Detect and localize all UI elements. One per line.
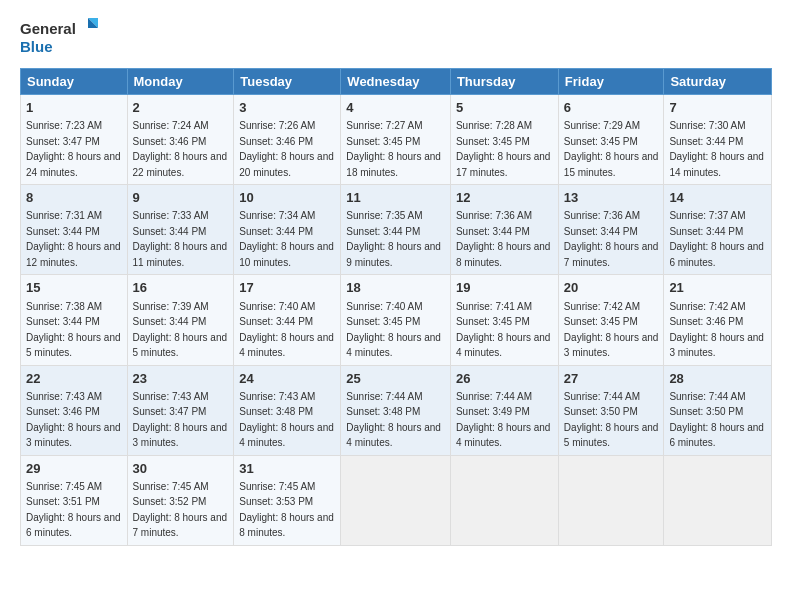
day-number: 9: [133, 189, 229, 207]
calendar-cell: 28 Sunrise: 7:44 AMSunset: 3:50 PMDaylig…: [664, 365, 772, 455]
calendar-week-5: 29 Sunrise: 7:45 AMSunset: 3:51 PMDaylig…: [21, 455, 772, 545]
calendar-cell: 15 Sunrise: 7:38 AMSunset: 3:44 PMDaylig…: [21, 275, 128, 365]
page: General Blue SundayMondayTuesdayWednesda…: [0, 0, 792, 612]
day-detail: Sunrise: 7:30 AMSunset: 3:44 PMDaylight:…: [669, 120, 764, 178]
day-number: 25: [346, 370, 445, 388]
day-number: 5: [456, 99, 553, 117]
day-detail: Sunrise: 7:41 AMSunset: 3:45 PMDaylight:…: [456, 301, 551, 359]
calendar-cell: 23 Sunrise: 7:43 AMSunset: 3:47 PMDaylig…: [127, 365, 234, 455]
day-detail: Sunrise: 7:27 AMSunset: 3:45 PMDaylight:…: [346, 120, 441, 178]
day-number: 4: [346, 99, 445, 117]
calendar-cell: 11 Sunrise: 7:35 AMSunset: 3:44 PMDaylig…: [341, 185, 451, 275]
calendar-cell: 9 Sunrise: 7:33 AMSunset: 3:44 PMDayligh…: [127, 185, 234, 275]
day-number: 28: [669, 370, 766, 388]
calendar-cell: 25 Sunrise: 7:44 AMSunset: 3:48 PMDaylig…: [341, 365, 451, 455]
calendar-cell: [558, 455, 664, 545]
day-number: 7: [669, 99, 766, 117]
calendar-cell: 12 Sunrise: 7:36 AMSunset: 3:44 PMDaylig…: [450, 185, 558, 275]
calendar-week-2: 8 Sunrise: 7:31 AMSunset: 3:44 PMDayligh…: [21, 185, 772, 275]
day-detail: Sunrise: 7:39 AMSunset: 3:44 PMDaylight:…: [133, 301, 228, 359]
day-detail: Sunrise: 7:35 AMSunset: 3:44 PMDaylight:…: [346, 210, 441, 268]
day-detail: Sunrise: 7:43 AMSunset: 3:47 PMDaylight:…: [133, 391, 228, 449]
calendar-cell: 14 Sunrise: 7:37 AMSunset: 3:44 PMDaylig…: [664, 185, 772, 275]
day-detail: Sunrise: 7:36 AMSunset: 3:44 PMDaylight:…: [456, 210, 551, 268]
calendar-cell: 3 Sunrise: 7:26 AMSunset: 3:46 PMDayligh…: [234, 95, 341, 185]
day-detail: Sunrise: 7:42 AMSunset: 3:45 PMDaylight:…: [564, 301, 659, 359]
day-detail: Sunrise: 7:44 AMSunset: 3:49 PMDaylight:…: [456, 391, 551, 449]
calendar-cell: 6 Sunrise: 7:29 AMSunset: 3:45 PMDayligh…: [558, 95, 664, 185]
calendar-week-1: 1 Sunrise: 7:23 AMSunset: 3:47 PMDayligh…: [21, 95, 772, 185]
day-detail: Sunrise: 7:33 AMSunset: 3:44 PMDaylight:…: [133, 210, 228, 268]
day-detail: Sunrise: 7:38 AMSunset: 3:44 PMDaylight:…: [26, 301, 121, 359]
day-detail: Sunrise: 7:40 AMSunset: 3:44 PMDaylight:…: [239, 301, 334, 359]
day-number: 24: [239, 370, 335, 388]
calendar-cell: 5 Sunrise: 7:28 AMSunset: 3:45 PMDayligh…: [450, 95, 558, 185]
header-tuesday: Tuesday: [234, 69, 341, 95]
day-detail: Sunrise: 7:45 AMSunset: 3:53 PMDaylight:…: [239, 481, 334, 539]
header: General Blue: [20, 16, 772, 58]
day-detail: Sunrise: 7:24 AMSunset: 3:46 PMDaylight:…: [133, 120, 228, 178]
calendar-cell: 10 Sunrise: 7:34 AMSunset: 3:44 PMDaylig…: [234, 185, 341, 275]
day-detail: Sunrise: 7:44 AMSunset: 3:48 PMDaylight:…: [346, 391, 441, 449]
day-detail: Sunrise: 7:29 AMSunset: 3:45 PMDaylight:…: [564, 120, 659, 178]
day-number: 29: [26, 460, 122, 478]
calendar-header-row: SundayMondayTuesdayWednesdayThursdayFrid…: [21, 69, 772, 95]
header-friday: Friday: [558, 69, 664, 95]
day-number: 13: [564, 189, 659, 207]
calendar-cell: 31 Sunrise: 7:45 AMSunset: 3:53 PMDaylig…: [234, 455, 341, 545]
day-number: 21: [669, 279, 766, 297]
header-monday: Monday: [127, 69, 234, 95]
day-number: 6: [564, 99, 659, 117]
day-number: 19: [456, 279, 553, 297]
day-number: 14: [669, 189, 766, 207]
day-number: 12: [456, 189, 553, 207]
calendar-cell: [450, 455, 558, 545]
day-detail: Sunrise: 7:34 AMSunset: 3:44 PMDaylight:…: [239, 210, 334, 268]
calendar-cell: [664, 455, 772, 545]
calendar-cell: 7 Sunrise: 7:30 AMSunset: 3:44 PMDayligh…: [664, 95, 772, 185]
calendar-week-4: 22 Sunrise: 7:43 AMSunset: 3:46 PMDaylig…: [21, 365, 772, 455]
svg-text:Blue: Blue: [20, 38, 53, 55]
calendar-cell: 20 Sunrise: 7:42 AMSunset: 3:45 PMDaylig…: [558, 275, 664, 365]
calendar-cell: 27 Sunrise: 7:44 AMSunset: 3:50 PMDaylig…: [558, 365, 664, 455]
calendar-cell: 2 Sunrise: 7:24 AMSunset: 3:46 PMDayligh…: [127, 95, 234, 185]
calendar-cell: 1 Sunrise: 7:23 AMSunset: 3:47 PMDayligh…: [21, 95, 128, 185]
logo-svg: General Blue: [20, 16, 100, 58]
calendar-cell: 17 Sunrise: 7:40 AMSunset: 3:44 PMDaylig…: [234, 275, 341, 365]
calendar-table: SundayMondayTuesdayWednesdayThursdayFrid…: [20, 68, 772, 546]
calendar-cell: 30 Sunrise: 7:45 AMSunset: 3:52 PMDaylig…: [127, 455, 234, 545]
header-saturday: Saturday: [664, 69, 772, 95]
calendar-cell: 19 Sunrise: 7:41 AMSunset: 3:45 PMDaylig…: [450, 275, 558, 365]
day-detail: Sunrise: 7:26 AMSunset: 3:46 PMDaylight:…: [239, 120, 334, 178]
header-sunday: Sunday: [21, 69, 128, 95]
day-detail: Sunrise: 7:31 AMSunset: 3:44 PMDaylight:…: [26, 210, 121, 268]
day-detail: Sunrise: 7:44 AMSunset: 3:50 PMDaylight:…: [564, 391, 659, 449]
day-detail: Sunrise: 7:43 AMSunset: 3:48 PMDaylight:…: [239, 391, 334, 449]
day-number: 10: [239, 189, 335, 207]
calendar-cell: [341, 455, 451, 545]
day-detail: Sunrise: 7:44 AMSunset: 3:50 PMDaylight:…: [669, 391, 764, 449]
calendar-week-3: 15 Sunrise: 7:38 AMSunset: 3:44 PMDaylig…: [21, 275, 772, 365]
header-wednesday: Wednesday: [341, 69, 451, 95]
day-number: 31: [239, 460, 335, 478]
calendar-cell: 26 Sunrise: 7:44 AMSunset: 3:49 PMDaylig…: [450, 365, 558, 455]
calendar-cell: 22 Sunrise: 7:43 AMSunset: 3:46 PMDaylig…: [21, 365, 128, 455]
day-number: 17: [239, 279, 335, 297]
day-detail: Sunrise: 7:40 AMSunset: 3:45 PMDaylight:…: [346, 301, 441, 359]
day-detail: Sunrise: 7:43 AMSunset: 3:46 PMDaylight:…: [26, 391, 121, 449]
day-number: 16: [133, 279, 229, 297]
calendar-cell: 16 Sunrise: 7:39 AMSunset: 3:44 PMDaylig…: [127, 275, 234, 365]
day-number: 18: [346, 279, 445, 297]
day-number: 22: [26, 370, 122, 388]
day-number: 20: [564, 279, 659, 297]
calendar-cell: 13 Sunrise: 7:36 AMSunset: 3:44 PMDaylig…: [558, 185, 664, 275]
day-number: 27: [564, 370, 659, 388]
day-number: 23: [133, 370, 229, 388]
day-detail: Sunrise: 7:45 AMSunset: 3:51 PMDaylight:…: [26, 481, 121, 539]
day-detail: Sunrise: 7:45 AMSunset: 3:52 PMDaylight:…: [133, 481, 228, 539]
day-number: 26: [456, 370, 553, 388]
day-number: 15: [26, 279, 122, 297]
header-thursday: Thursday: [450, 69, 558, 95]
calendar-cell: 4 Sunrise: 7:27 AMSunset: 3:45 PMDayligh…: [341, 95, 451, 185]
logo: General Blue: [20, 16, 100, 58]
